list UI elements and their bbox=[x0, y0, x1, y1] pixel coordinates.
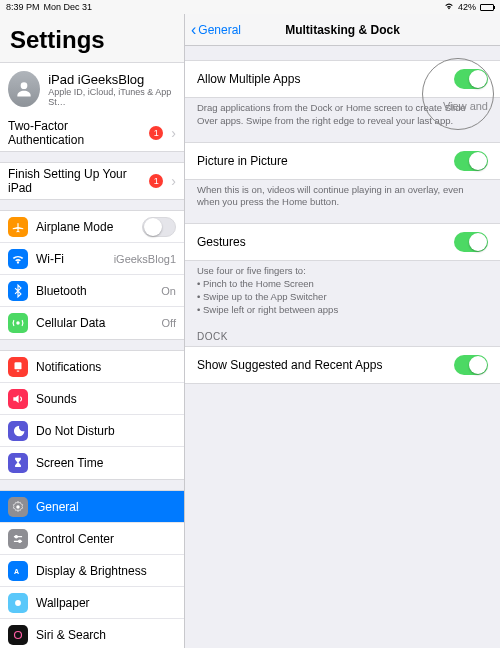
allow-multiple-switch[interactable] bbox=[454, 69, 488, 89]
dnd-row[interactable]: Do Not Disturb bbox=[0, 415, 184, 447]
suggested-apps-row[interactable]: Show Suggested and Recent Apps bbox=[185, 346, 500, 384]
allow-multiple-apps-row[interactable]: Allow Multiple Apps bbox=[185, 60, 500, 98]
two-factor-row[interactable]: Two-Factor Authentication 1 › bbox=[0, 115, 184, 151]
sounds-row[interactable]: Sounds bbox=[0, 383, 184, 415]
profile-name: iPad iGeeksBlog bbox=[48, 72, 176, 87]
chevron-right-icon: › bbox=[171, 173, 176, 189]
wallpaper-row[interactable]: Wallpaper bbox=[0, 587, 184, 619]
status-bar: 8:39 PM Mon Dec 31 42% bbox=[0, 0, 500, 14]
profile-sub: Apple ID, iCloud, iTunes & App St… bbox=[48, 87, 176, 107]
cellular-row[interactable]: Cellular Data Off bbox=[0, 307, 184, 339]
allow-multiple-desc: Drag applications from the Dock or Home … bbox=[185, 98, 500, 128]
badge: 1 bbox=[149, 126, 163, 140]
airplane-switch[interactable] bbox=[142, 217, 176, 237]
svg-point-1 bbox=[16, 321, 20, 325]
display-icon: A bbox=[8, 561, 28, 581]
screentime-row[interactable]: Screen Time bbox=[0, 447, 184, 479]
siri-icon bbox=[8, 625, 28, 645]
gestures-desc: Use four or five fingers to: • Pinch to … bbox=[185, 261, 500, 316]
svg-rect-2 bbox=[15, 362, 22, 369]
notifications-icon bbox=[8, 357, 28, 377]
display-row[interactable]: A Display & Brightness bbox=[0, 555, 184, 587]
airplane-icon bbox=[8, 217, 28, 237]
svg-point-8 bbox=[15, 631, 22, 638]
svg-point-7 bbox=[15, 600, 21, 606]
pip-switch[interactable] bbox=[454, 151, 488, 171]
svg-point-5 bbox=[19, 540, 21, 542]
finish-setup-row[interactable]: Finish Setting Up Your iPad 1 › bbox=[0, 163, 184, 199]
bluetooth-row[interactable]: Bluetooth On bbox=[0, 275, 184, 307]
battery-text: 42% bbox=[458, 2, 476, 12]
settings-sidebar: Settings iPad iGeeksBlog Apple ID, iClou… bbox=[0, 14, 185, 648]
gestures-switch[interactable] bbox=[454, 232, 488, 252]
siri-row[interactable]: Siri & Search bbox=[0, 619, 184, 648]
status-time: 8:39 PM bbox=[6, 2, 40, 12]
chevron-left-icon: ‹ bbox=[191, 22, 196, 38]
battery-icon bbox=[480, 4, 494, 11]
cellular-icon bbox=[8, 313, 28, 333]
bluetooth-icon bbox=[8, 281, 28, 301]
hourglass-icon bbox=[8, 453, 28, 473]
airplane-row[interactable]: Airplane Mode bbox=[0, 211, 184, 243]
status-date: Mon Dec 31 bbox=[44, 2, 93, 12]
sliders-icon bbox=[8, 529, 28, 549]
svg-point-4 bbox=[15, 535, 17, 537]
badge: 1 bbox=[149, 174, 163, 188]
gestures-row[interactable]: Gestures bbox=[185, 223, 500, 261]
suggested-switch[interactable] bbox=[454, 355, 488, 375]
control-center-row[interactable]: Control Center bbox=[0, 523, 184, 555]
gear-icon bbox=[8, 497, 28, 517]
general-row[interactable]: General bbox=[0, 491, 184, 523]
chevron-right-icon: › bbox=[171, 125, 176, 141]
pip-row[interactable]: Picture in Picture bbox=[185, 142, 500, 180]
apple-id-row[interactable]: iPad iGeeksBlog Apple ID, iCloud, iTunes… bbox=[0, 63, 184, 115]
pip-desc: When this is on, videos will continue pl… bbox=[185, 180, 500, 210]
moon-icon bbox=[8, 421, 28, 441]
wallpaper-icon bbox=[8, 593, 28, 613]
avatar bbox=[8, 71, 40, 107]
wifi-row[interactable]: Wi-Fi iGeeksBlog1 bbox=[0, 243, 184, 275]
svg-point-0 bbox=[21, 82, 28, 89]
settings-title: Settings bbox=[0, 14, 184, 62]
wifi-settings-icon bbox=[8, 249, 28, 269]
wifi-icon bbox=[444, 1, 454, 13]
detail-nav: ‹ General Multitasking & Dock bbox=[185, 14, 500, 46]
sounds-icon bbox=[8, 389, 28, 409]
svg-point-3 bbox=[16, 505, 20, 509]
detail-pane: ‹ General Multitasking & Dock Allow Mult… bbox=[185, 14, 500, 648]
dock-section-header: DOCK bbox=[185, 317, 500, 342]
back-button[interactable]: ‹ General bbox=[185, 22, 241, 38]
notifications-row[interactable]: Notifications bbox=[0, 351, 184, 383]
svg-text:A: A bbox=[14, 567, 19, 574]
